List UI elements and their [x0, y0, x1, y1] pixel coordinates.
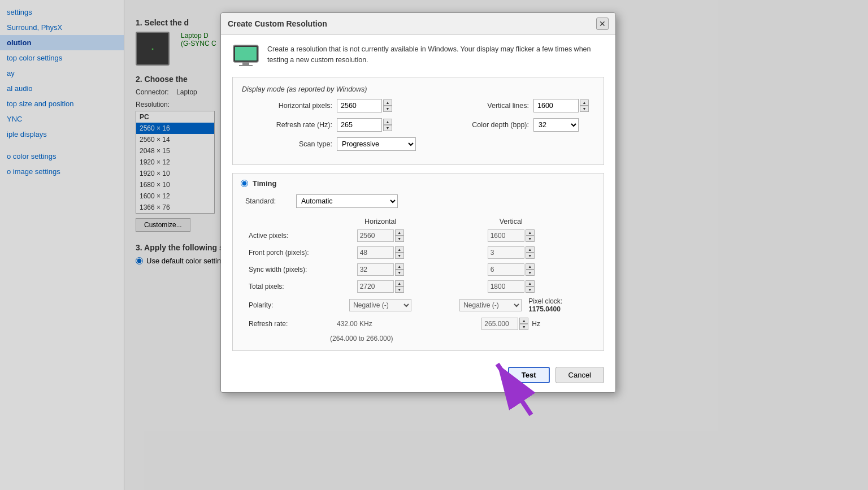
active-pixels-h-up[interactable]: ▲ [395, 229, 404, 236]
horizontal-pixels-input-group: ▲ ▼ [337, 99, 392, 112]
col-empty [245, 216, 330, 227]
scan-type-select[interactable]: Progressive Interlaced [337, 137, 416, 151]
sync-width-h-spinners: ▲ ▼ [395, 263, 404, 276]
front-porch-v-group: ▲ ▼ [434, 246, 588, 259]
refresh-rate-up[interactable]: ▲ [383, 119, 392, 125]
timing-radio[interactable] [241, 180, 248, 187]
refresh-hz-input[interactable] [481, 318, 518, 330]
front-porch-h-group: ▲ ▼ [333, 246, 427, 259]
active-pixels-v-spinners: ▲ ▼ [526, 229, 535, 242]
total-pixels-v-spinners: ▲ ▼ [526, 280, 535, 293]
front-porch-row: Front porch (pixels): ▲ ▼ [245, 244, 591, 261]
left-col: Horizontal pixels: ▲ ▼ Refresh rate (Hz)… [242, 99, 416, 157]
front-porch-h-up[interactable]: ▲ [395, 246, 404, 253]
display-mode-form: Horizontal pixels: ▲ ▼ Refresh rate (Hz)… [242, 99, 594, 157]
front-porch-v-down[interactable]: ▼ [526, 253, 535, 259]
col-horizontal: Horizontal [330, 216, 431, 227]
front-porch-h-down[interactable]: ▼ [395, 253, 404, 259]
polarity-h-select[interactable]: Negative (-) Positive (+) [349, 299, 411, 311]
dialog-footer: Test Cancel [221, 360, 615, 392]
refresh-hz-group: ▲ ▼ Hz [434, 318, 588, 330]
vertical-lines-down[interactable]: ▼ [580, 106, 589, 112]
refresh-rate-label: Refresh rate (Hz): [242, 121, 332, 129]
monitor-icon [232, 44, 259, 67]
horizontal-pixels-spinners: ▲ ▼ [383, 99, 392, 112]
active-pixels-v-group: ▲ ▼ [434, 229, 588, 242]
vertical-lines-input[interactable] [533, 99, 579, 112]
timing-inner: Standard: Automatic Manual CVT GTF DMT [241, 194, 596, 342]
active-pixels-h-down[interactable]: ▼ [395, 236, 404, 242]
sync-width-v-cell: ▲ ▼ [431, 261, 591, 278]
active-pixels-h-group: ▲ ▼ [333, 229, 427, 242]
cancel-button[interactable]: Cancel [555, 367, 604, 383]
refresh-rate-input-group: ▲ ▼ [337, 118, 392, 132]
active-pixels-h-cell: ▲ ▼ [330, 227, 431, 244]
sync-width-h-input[interactable] [357, 263, 394, 276]
hz-unit: Hz [532, 320, 540, 328]
sync-width-v-down[interactable]: ▼ [526, 270, 535, 276]
color-depth-select[interactable]: 32 16 [533, 118, 579, 132]
timing-section: Timing Standard: Automatic Manual CVT GT… [232, 173, 604, 351]
front-porch-h-cell: ▲ ▼ [330, 244, 431, 261]
refresh-rate-input[interactable] [337, 118, 382, 132]
info-row: Create a resolution that is not currentl… [232, 44, 604, 67]
active-pixels-v-down[interactable]: ▼ [526, 236, 535, 242]
sync-width-h-group: ▲ ▼ [333, 263, 427, 276]
dialog-titlebar: Create Custom Resolution ✕ [221, 13, 615, 35]
active-pixels-h-input[interactable] [357, 229, 394, 242]
vertical-lines-input-group: ▲ ▼ [533, 99, 589, 112]
refresh-hz-down[interactable]: ▼ [519, 324, 528, 330]
vertical-lines-up[interactable]: ▲ [580, 99, 589, 106]
dialog-title: Create Custom Resolution [228, 19, 327, 28]
active-pixels-label: Active pixels: [245, 227, 330, 244]
horizontal-pixels-label: Horizontal pixels: [242, 102, 332, 110]
refresh-hz-up[interactable]: ▲ [519, 318, 528, 324]
sync-width-v-input[interactable] [488, 263, 524, 276]
total-pixels-v-input[interactable] [488, 280, 524, 293]
sync-width-h-up[interactable]: ▲ [395, 263, 404, 270]
total-pixels-v-down[interactable]: ▼ [526, 287, 535, 293]
sync-width-v-spinners: ▲ ▼ [526, 263, 535, 276]
total-pixels-h-down[interactable]: ▼ [395, 287, 404, 293]
refresh-rate-down[interactable]: ▼ [383, 125, 392, 131]
active-pixels-v-up[interactable]: ▲ [526, 229, 535, 236]
test-button[interactable]: Test [508, 367, 550, 383]
scan-type-row: Scan type: Progressive Interlaced [242, 137, 416, 151]
front-porch-h-spinners: ▲ ▼ [395, 246, 404, 259]
close-button[interactable]: ✕ [596, 18, 609, 30]
total-pixels-h-up[interactable]: ▲ [395, 280, 404, 287]
total-pixels-h-input[interactable] [357, 280, 394, 293]
horizontal-pixels-up[interactable]: ▲ [383, 99, 392, 106]
refresh-rate-row: Refresh rate (Hz): ▲ ▼ [242, 118, 416, 132]
active-pixels-v-input[interactable] [488, 229, 524, 242]
front-porch-h-input[interactable] [357, 246, 394, 259]
range-text: (264.000 to 266.000) [245, 335, 591, 342]
total-pixels-v-group: ▲ ▼ [434, 280, 588, 293]
color-depth-label: Color depth (bpp): [439, 121, 529, 129]
sync-width-h-down[interactable]: ▼ [395, 270, 404, 276]
refresh-khz-value: 432.00 KHz [333, 320, 372, 328]
front-porch-label: Front porch (pixels): [245, 244, 330, 261]
polarity-row: Polarity: Negative (-) Positive (+) [245, 295, 591, 315]
total-pixels-v-cell: ▲ ▼ [431, 278, 591, 295]
refresh-row: Refresh rate: 432.00 KHz ▲ ▼ [245, 315, 591, 332]
info-text: Create a resolution that is not currentl… [267, 44, 604, 66]
front-porch-v-up[interactable]: ▲ [526, 246, 535, 253]
front-porch-v-cell: ▲ ▼ [431, 244, 591, 261]
standard-label: Standard: [245, 197, 290, 205]
sync-width-v-up[interactable]: ▲ [526, 263, 535, 270]
total-pixels-v-up[interactable]: ▲ [526, 280, 535, 287]
refresh-hz-spinners: ▲ ▼ [519, 318, 528, 330]
pixel-clock-group: Pixel clock: 1175.0400 [528, 297, 562, 313]
polarity-h-cell: Negative (-) Positive (+) [330, 295, 431, 315]
polarity-v-select[interactable]: Negative (-) Positive (+) [459, 299, 522, 311]
horizontal-pixels-input[interactable] [337, 99, 382, 112]
create-custom-resolution-dialog: Create Custom Resolution ✕ Create a reso… [220, 12, 616, 393]
timing-header: Timing [241, 179, 596, 188]
front-porch-v-input[interactable] [488, 246, 524, 259]
dialog-body: Create a resolution that is not currentl… [221, 35, 615, 360]
standard-select[interactable]: Automatic Manual CVT GTF DMT [296, 194, 398, 208]
refresh-rate-spinners: ▲ ▼ [383, 119, 392, 131]
active-pixels-h-spinners: ▲ ▼ [395, 229, 404, 242]
horizontal-pixels-down[interactable]: ▼ [383, 106, 392, 112]
